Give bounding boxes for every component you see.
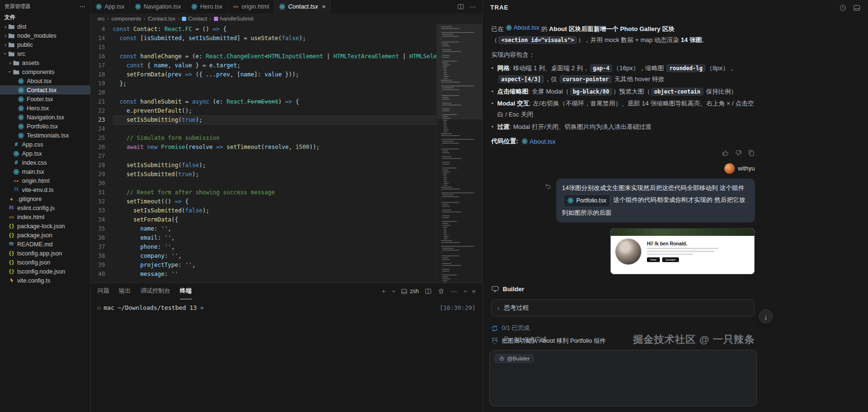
attached-image[interactable]: Hi! Ik ben Ronald. Over Contact [610,228,755,275]
split-editor-icon[interactable] [457,3,464,10]
file-tree-item[interactable]: #App.css [0,140,90,149]
panel-tab[interactable]: 调试控制台 [140,283,170,299]
line-numbers[interactable]: 4141516171819202122232425262728293031323… [91,24,113,283]
breadcrumb-item[interactable]: handleSubmit [214,16,254,21]
file-tree-item[interactable]: Hero.tsx [0,104,90,113]
file-tree-item[interactable]: {}package-lock.json [0,222,90,231]
file-tree-item[interactable]: ›public [0,40,90,49]
code-line[interactable]: const { name, value } = e.target; [113,61,436,70]
code-line[interactable]: phone: '', [113,243,436,252]
panel-layout-icon[interactable] [853,4,860,11]
code-line[interactable]: setIsSubmitted(true); [113,170,436,179]
panel-tab[interactable]: 输出 [119,283,131,299]
file-tree-item[interactable]: Portfolio.tsx [0,122,90,131]
file-tree-item[interactable]: Navigation.tsx [0,113,90,122]
close-icon[interactable]: × [322,3,326,10]
file-tree-item[interactable]: ›assets [0,58,90,67]
code-line[interactable]: // Simulate form submission [113,134,436,143]
editor-tab[interactable]: <>origin.html [228,0,275,13]
editor-tab[interactable]: Navigation.tsx [130,0,187,13]
new-terminal-icon[interactable]: ＋ [381,287,387,296]
code-line[interactable] [113,88,436,97]
editor-tab[interactable]: Contact.tsx× [274,0,331,13]
file-tree-item[interactable]: MDREADME.md [0,240,90,249]
editor-tab[interactable]: Hero.tsx [186,0,228,13]
code-line[interactable]: e.preventDefault(); [113,106,436,116]
file-tree-item[interactable]: main.tsx [0,167,90,176]
breadcrumb-item[interactable]: Contact [182,16,207,21]
file-link[interactable]: About.tsx [506,22,540,33]
code-line[interactable]: // Reset form after showing success mess… [113,188,436,197]
code-line[interactable]: message: '' [113,270,436,279]
location-file-link[interactable]: About.tsx [521,138,555,145]
minimap[interactable] [436,24,482,283]
code-editor[interactable]: 4141516171819202122232425262728293031323… [91,24,482,283]
more-actions-icon[interactable]: ⋯ [79,3,86,10]
file-tree-item[interactable]: App.tsx [0,149,90,158]
file-tree-item[interactable]: {}tsconfig.json [0,258,90,267]
code-line[interactable]: setFormData(prev => ({ ...prev, [name]: … [113,70,436,79]
thinking-process-toggle[interactable]: › 思考过程 [491,299,755,317]
code-line[interactable]: setIsSubmitted(false); [113,206,436,215]
breadcrumb-item[interactable]: Contact.tsx [148,16,176,21]
code-line[interactable]: const handleChange = (e: React.ChangeEve… [113,52,436,61]
editor-tab[interactable]: App.tsx [91,0,130,13]
task-checklist-icon[interactable] [491,336,498,343]
scroll-to-bottom-button[interactable]: ↓ [759,309,773,324]
code-line[interactable]: company: '', [113,252,436,261]
context-chip-builder[interactable]: @Builder [495,354,534,363]
copy-icon[interactable] [748,149,755,157]
file-tree-item[interactable]: ESeslint.config.js [0,203,90,212]
code-line[interactable]: setTimeout(() => { [113,197,436,206]
code-line[interactable]: const handleSubmit = async (e: React.For… [113,97,436,106]
code-line[interactable] [113,125,436,134]
shell-instance[interactable]: zsh [401,288,419,295]
code-line[interactable]: setIsSubmitting(false); [113,161,436,170]
terminal-output[interactable]: ○ mac ~/Downloads/testbed 13 » [16:30:29… [91,299,482,311]
code-line[interactable]: }; [113,79,436,88]
file-tree-item[interactable]: <>origin.html [0,176,90,185]
code-line[interactable]: name: '', [113,224,436,233]
file-tree-item[interactable]: ›src [0,49,90,58]
file-tree-item[interactable]: About.tsx [0,76,90,85]
file-tree-item[interactable]: ›dist [0,22,90,31]
maximize-panel-icon[interactable]: › [461,290,468,292]
file-tree-item[interactable]: {}tsconfig.node.json [0,267,90,276]
split-terminal-icon[interactable] [425,288,432,295]
terminal-dropdown-icon[interactable]: › [391,290,398,292]
breadcrumb-item[interactable]: src [97,16,105,21]
chevron-down-icon[interactable]: › [549,338,555,340]
code-line[interactable]: const Contact: React.FC = () => { [113,25,436,34]
file-tree-item[interactable]: {}tsconfig.app.json [0,249,90,258]
file-tree-item[interactable]: Contact.tsx [0,85,90,95]
file-tree-item[interactable]: ◆.gitignore [0,194,90,203]
code-line[interactable]: setFormData({ [113,215,436,224]
file-tree-item[interactable]: Testimonials.tsx [0,131,90,140]
kill-terminal-icon[interactable] [438,288,445,295]
file-tree-item[interactable]: Footer.tsx [0,95,90,104]
file-tree-item[interactable]: TSvite-env.d.ts [0,185,90,194]
workspace-section-header[interactable]: 文件 [0,12,90,22]
changed-files-icon[interactable] [503,336,510,343]
file-tree-item[interactable]: ›node_modules [0,31,90,40]
terminal-more-icon[interactable]: ⋯ [451,288,457,295]
panel-tab[interactable]: 问题 [97,283,109,299]
close-panel-icon[interactable]: × [472,288,476,295]
code-line[interactable]: projectType: '', [113,261,436,270]
code-line[interactable] [113,179,436,188]
file-tree-item[interactable]: {}package.json [0,231,90,240]
chat-input[interactable]: @Builder [489,350,757,406]
thumbs-down-icon[interactable] [735,149,742,157]
file-tree-item[interactable]: #index.css [0,158,90,167]
history-icon[interactable] [839,4,847,11]
file-chip[interactable]: Portfolio.tsx [563,194,610,207]
code-line[interactable]: setIsSubmitting(true); [113,116,436,125]
code-line[interactable] [113,152,436,161]
code-line[interactable]: await new Promise(resolve => setTimeout(… [113,143,436,152]
file-tree-item[interactable]: ϟvite.config.ts [0,276,90,285]
thumbs-up-icon[interactable] [722,149,729,157]
file-tree-item[interactable]: <>index.html [0,212,90,222]
code-lines[interactable]: const Contact: React.FC = () => { const … [113,24,436,283]
file-tree-item[interactable]: ›components [0,67,90,76]
breadcrumb-item[interactable]: components [111,16,141,21]
